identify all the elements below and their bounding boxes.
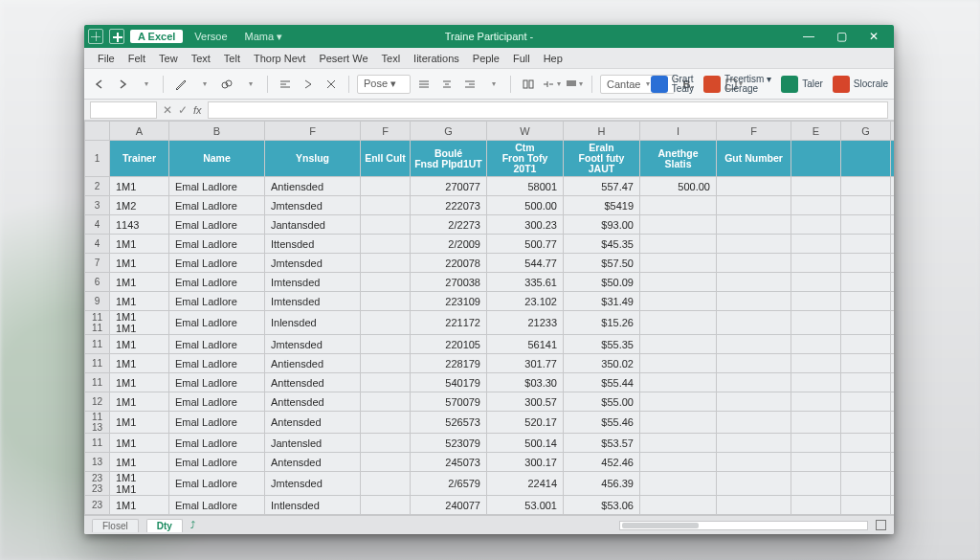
col-header[interactable]: H — [564, 122, 640, 141]
cell[interactable] — [891, 335, 895, 354]
cell[interactable] — [841, 273, 891, 292]
cell[interactable] — [640, 496, 717, 515]
header-cell[interactable]: Name — [169, 141, 265, 177]
col-header[interactable]: W — [487, 122, 564, 141]
header-cell[interactable]: Trainer — [110, 141, 169, 177]
align-left-icon[interactable] — [276, 75, 295, 94]
cell[interactable]: 21233 — [487, 311, 564, 335]
align-dropdown-icon[interactable] — [483, 75, 502, 94]
cell[interactable]: Emal Ladlore — [169, 311, 265, 335]
menu-file[interactable]: File — [92, 51, 121, 66]
cell[interactable]: 300.17 — [487, 453, 564, 472]
cell[interactable] — [841, 472, 891, 496]
cell[interactable] — [640, 196, 717, 215]
row-header[interactable]: 2 — [85, 177, 110, 196]
cell[interactable] — [361, 273, 411, 292]
cell[interactable] — [640, 373, 717, 392]
clear-icon[interactable] — [322, 75, 341, 94]
cell[interactable] — [841, 196, 891, 215]
align-center-icon[interactable] — [437, 75, 457, 94]
columns-icon[interactable] — [519, 75, 538, 94]
cell[interactable] — [640, 215, 717, 235]
doc-red-icon[interactable] — [703, 76, 721, 93]
window-maximize[interactable]: ▢ — [825, 25, 858, 48]
cell[interactable] — [891, 177, 895, 196]
rbr-label-tealy[interactable]: Tealy — [672, 84, 694, 94]
pen-icon[interactable] — [171, 75, 190, 94]
cell[interactable]: Jmtensded — [265, 472, 361, 496]
cell[interactable] — [841, 412, 891, 434]
row-header[interactable]: 9 — [85, 292, 110, 311]
cell[interactable] — [717, 496, 791, 515]
app-grid-icon[interactable] — [88, 29, 103, 44]
cell[interactable] — [841, 354, 891, 373]
row-header[interactable]: 4 — [85, 235, 110, 254]
cell[interactable] — [361, 354, 411, 373]
cell[interactable]: $53.57 — [564, 434, 640, 453]
cell[interactable]: $31.49 — [564, 292, 640, 311]
cell[interactable]: 56141 — [487, 335, 564, 354]
chart-red-icon[interactable] — [833, 76, 850, 93]
cell[interactable]: Emal Ladlore — [169, 496, 265, 515]
row-header[interactable]: 11 — [85, 354, 110, 373]
row-header[interactable]: 4 — [85, 215, 110, 235]
row-header[interactable]: 23 23 — [85, 472, 110, 496]
cell[interactable]: Jantansded — [265, 215, 361, 235]
back-icon[interactable] — [90, 75, 109, 94]
cell[interactable]: 221172 — [411, 311, 487, 335]
header-cell[interactable]: Eraln Footl futy JAUT — [564, 141, 640, 177]
cell[interactable] — [640, 412, 717, 434]
forward-icon[interactable] — [113, 75, 132, 94]
cell[interactable]: 500.00 — [640, 177, 717, 196]
cell[interactable] — [640, 354, 717, 373]
cell[interactable] — [841, 311, 891, 335]
cell[interactable] — [791, 273, 841, 292]
cancel-formula-icon[interactable]: ✕ — [163, 103, 172, 117]
cell[interactable]: 1M1 — [110, 373, 169, 392]
cell[interactable] — [841, 215, 891, 235]
cell[interactable] — [891, 392, 895, 412]
cell[interactable]: 2/6579 — [411, 472, 487, 496]
cell[interactable] — [640, 254, 717, 273]
cell[interactable]: 500.00 — [487, 196, 564, 215]
new-doc-icon[interactable] — [109, 29, 124, 44]
cell[interactable] — [791, 254, 841, 273]
cell[interactable]: 1M1 — [110, 496, 169, 515]
merge-icon[interactable] — [542, 75, 561, 94]
zoom-indicator-icon[interactable] — [876, 520, 886, 530]
cell[interactable]: $45.35 — [564, 235, 640, 254]
cell[interactable] — [717, 392, 791, 412]
cell[interactable] — [891, 292, 895, 311]
cell[interactable] — [791, 496, 841, 515]
cell[interactable] — [791, 392, 841, 412]
cell[interactable] — [717, 196, 791, 215]
cell[interactable]: 526573 — [411, 412, 487, 434]
header-cell[interactable]: Boulé Fnsd Plpd1UT — [411, 141, 487, 177]
header-cell[interactable] — [791, 141, 841, 177]
row-header[interactable]: 11 — [85, 373, 110, 392]
cell[interactable]: 557.47 — [564, 177, 640, 196]
cell[interactable] — [361, 496, 411, 515]
cell[interactable]: 270077 — [411, 177, 487, 196]
col-header[interactable]: F — [265, 122, 361, 141]
cell[interactable] — [361, 177, 411, 196]
cell[interactable]: Emal Ladlore — [169, 472, 265, 496]
header-cell[interactable]: Anethge Slatis — [640, 141, 717, 177]
link-icon[interactable] — [217, 75, 236, 94]
row-header[interactable]: 11 13 — [85, 412, 110, 434]
cell[interactable] — [717, 177, 791, 196]
cell[interactable]: Emal Ladlore — [169, 335, 265, 354]
menu-peple[interactable]: Peple — [467, 51, 505, 66]
cell[interactable] — [891, 373, 895, 392]
menu-tew[interactable]: Tew — [153, 51, 184, 66]
sheet-tab-2[interactable]: Dty — [146, 519, 183, 532]
select-all-corner[interactable] — [85, 122, 110, 141]
cell[interactable]: Jmtensded — [265, 335, 361, 354]
cell[interactable]: Emal Ladlore — [169, 177, 265, 196]
cell[interactable] — [640, 472, 717, 496]
rbr-label-slocrale[interactable]: Slocrale — [854, 78, 888, 89]
cell[interactable] — [361, 215, 411, 235]
cell[interactable]: 23.102 — [487, 292, 564, 311]
cell[interactable] — [361, 196, 411, 215]
cell[interactable]: 1M1 — [110, 254, 169, 273]
